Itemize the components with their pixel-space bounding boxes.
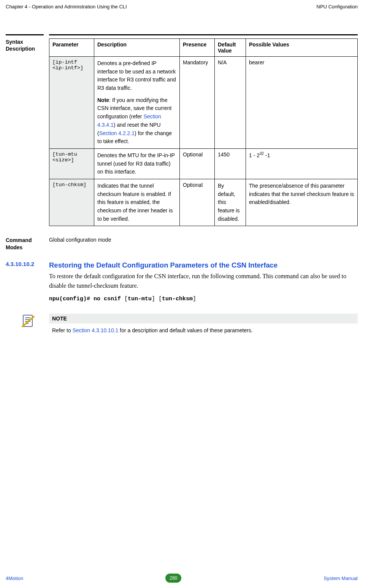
note-block: NOTE Refer to Section 4.3.10.10.1 for a … xyxy=(6,314,358,335)
th-presence: Presence xyxy=(180,39,215,57)
table-header-row: Parameter Description Presence Default V… xyxy=(49,39,358,57)
table-row: [ip-intf <ip-intf>] Denotes a pre-define… xyxy=(49,57,358,149)
table-row: [tun-chksm] Indicates that the tunnel ch… xyxy=(49,179,358,226)
note-a: Refer to xyxy=(52,327,73,333)
cell-param: [tun-chksm] xyxy=(49,179,94,226)
command-line: npu(config)# no csnif [tun-mtu] [tun-chk… xyxy=(49,296,358,302)
command-modes-label: Command Modes xyxy=(6,237,44,250)
cell-possible: 1 - 232 -1 xyxy=(246,148,358,179)
cell-desc: Denotes the MTU for the IP-in-IP tunnel … xyxy=(94,148,180,179)
cmd-b: [ xyxy=(121,296,128,302)
cmd-a: npu(config)# no csnif xyxy=(49,296,121,302)
cell-presence: Optional xyxy=(180,179,215,226)
cell-default: N/A xyxy=(215,57,246,149)
header-right: NPU Configuration xyxy=(317,4,358,10)
note-b: for a description and default values of … xyxy=(118,327,252,333)
cmd-c: tun-mtu xyxy=(128,296,152,302)
cmd-f: ] xyxy=(193,296,196,302)
cell-default: By default, this feature is disabled. xyxy=(215,179,246,226)
cell-param: [ip-intf <ip-intf>] xyxy=(49,57,94,149)
th-description: Description xyxy=(94,39,180,57)
th-parameter: Parameter xyxy=(49,39,94,57)
section-title: Restoring the Default Configuration Para… xyxy=(49,261,358,269)
page-footer: 4Motion 280 System Manual xyxy=(6,574,358,583)
cell-possible: bearer xyxy=(246,57,358,149)
desc-para-2: Note: If you are modifying the CSN inter… xyxy=(97,96,176,146)
section-body: To restore the default configuration for… xyxy=(49,272,358,291)
cmd-d: ] [ xyxy=(152,296,162,302)
cell-desc: Indicates that the tunnel checksum featu… xyxy=(94,179,180,226)
th-default: Default Value xyxy=(215,39,246,57)
desc-para-1: Denotes a pre-defined IP interface to be… xyxy=(97,59,176,92)
note-prefix: Note xyxy=(97,97,109,103)
link-section-4221[interactable]: Section 4.2.2.1 xyxy=(99,130,135,136)
cmd-e: tun-chksm xyxy=(162,296,193,302)
parameter-table: Parameter Description Presence Default V… xyxy=(49,38,358,226)
command-modes-value: Global configuration mode xyxy=(49,237,358,250)
page-number: 280 xyxy=(165,574,181,583)
cell-desc: Denotes a pre-defined IP interface to be… xyxy=(94,57,180,149)
cell-default: 1450 xyxy=(215,148,246,179)
cell-param: [tun-mtu <size>] xyxy=(49,148,94,179)
cell-presence: Mandatory xyxy=(180,57,215,149)
note-text: Refer to Section 4.3.10.10.1 for a descr… xyxy=(49,323,358,335)
page-header: Chapter 4 - Operation and Administration… xyxy=(6,4,358,34)
footer-brand: 4Motion xyxy=(6,575,23,581)
cell-presence: Optional xyxy=(180,148,215,179)
poss-b: -1 xyxy=(264,152,270,158)
link-section-4310101[interactable]: Section 4.3.10.10.1 xyxy=(73,327,119,333)
section-number: 4.3.10.10.2 xyxy=(6,261,44,303)
poss-sup: 32 xyxy=(260,151,264,156)
cell-possible: The presence/absence of this parameter i… xyxy=(246,179,358,226)
table-row: [tun-mtu <size>] Denotes the MTU for the… xyxy=(49,148,358,179)
poss-a: 1 - 2 xyxy=(249,152,260,158)
syntax-description-label: Syntax Description xyxy=(6,38,44,52)
th-possible: Possible Values xyxy=(246,39,358,57)
header-left: Chapter 4 - Operation and Administration… xyxy=(6,4,127,10)
note-icon xyxy=(21,314,36,329)
note-heading: NOTE xyxy=(49,314,358,323)
footer-system-manual: System Manual xyxy=(323,575,358,581)
